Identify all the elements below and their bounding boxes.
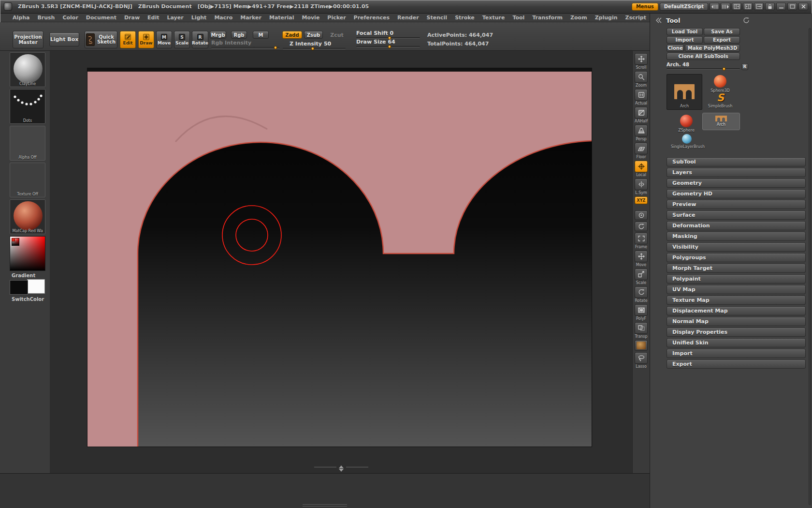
close-button[interactable] [798,3,808,10]
tool-section-export[interactable]: Export [667,359,806,369]
menu-tool[interactable]: Tool [512,15,524,21]
tool-section-texture-map[interactable]: Texture Map [667,296,806,305]
menu-stroke[interactable]: Stroke [455,15,475,21]
document-canvas[interactable] [87,68,592,447]
tool-section-uv-map[interactable]: UV Map [667,285,806,294]
draw-size-slider[interactable]: Draw Size 64 [356,39,420,47]
right-shelf-frame[interactable]: Frame [635,233,648,249]
menu-layer[interactable]: Layer [167,15,183,21]
current-material-thumbnail[interactable]: MatCap Red Wa [10,199,45,234]
tool-section-preview[interactable]: Preview [667,200,806,209]
right-shelf-zoom[interactable]: Zoom [635,71,648,88]
menu-zscript[interactable]: Zscript [625,15,646,21]
z-intensity-handle[interactable] [311,47,315,50]
menu-brush[interactable]: Brush [37,15,55,21]
z-intensity-slider[interactable]: Z Intensity 50 [283,41,346,49]
menu-edit[interactable]: Edit [147,15,159,21]
projection-master-button[interactable]: Projection Master [13,31,44,48]
tool-section-visibility[interactable]: Visibility [667,242,806,252]
tool-section-unified-skin[interactable]: Unified Skin [667,338,806,347]
clone-button[interactable]: Clone [667,45,684,52]
menu-zplugin[interactable]: Zplugin [595,15,618,21]
dock-right-button[interactable] [743,3,753,10]
menu-draw[interactable]: Draw [124,15,140,21]
rgb-intensity-slider[interactable]: Rgb Intensity [211,40,279,48]
edit-mode-button[interactable]: Edit [120,31,136,48]
tool-section-subtool[interactable]: SubTool [667,157,806,166]
tool-section-surface[interactable]: Surface [667,210,806,220]
menu-render[interactable]: Render [397,15,419,21]
tool-section-geometry[interactable]: Geometry [667,179,806,188]
menu-macro[interactable]: Macro [214,15,232,21]
right-shelf-ghost[interactable] [635,340,648,351]
singlelayerbrush-tool[interactable] [682,134,692,144]
draw-size-handle[interactable] [388,45,391,48]
dock-left-button[interactable] [732,3,741,10]
rgb-button[interactable]: Rgb [231,31,247,39]
gradient-label[interactable]: Gradient [12,273,50,278]
zsphere-tool[interactable] [680,115,693,127]
scroll-interface-right-button[interactable] [721,3,730,10]
focal-shift-slider[interactable]: Focal Shift 0 [356,30,420,39]
zadd-button[interactable]: Zadd [282,31,302,39]
tool-section-masking[interactable]: Masking [667,232,806,241]
tool-section-geometry-hd[interactable]: Geometry HD [667,189,806,198]
tool-section-displacement-map[interactable]: Displacement Map [667,306,806,315]
menus-button[interactable]: Menus [632,3,658,11]
tool-section-layers[interactable]: Layers [667,168,806,177]
tool-name-slider[interactable]: Arch. 48 [667,62,740,70]
right-shelf-move[interactable]: Move [635,251,648,267]
export-button[interactable]: Export [704,36,740,44]
right-shelf-local[interactable]: Local [635,161,648,177]
tool-section-import[interactable]: Import [667,349,806,358]
save-as-button[interactable]: Save As [704,28,740,35]
tray-collapse-icon[interactable] [655,17,662,23]
m-button[interactable]: M [253,31,269,39]
right-shelf-scale[interactable]: Scale [635,269,648,285]
menu-transform[interactable]: Transform [532,15,563,21]
rgb-intensity-handle[interactable] [274,46,277,49]
default-zscript-button[interactable]: DefaultZScript [660,3,708,11]
mrgb-button[interactable]: Mrgb [210,31,226,39]
tool-section-polygroups[interactable]: Polygroups [667,253,806,262]
tool-section-deformation[interactable]: Deformation [667,221,806,230]
right-shelf-scroll[interactable]: Scroll [635,53,648,70]
tool-panel-scrollbar[interactable] [809,28,811,505]
minimize-button[interactable] [776,3,786,10]
tool-section-display-properties[interactable]: Display Properties [667,328,806,337]
right-shelf-actual[interactable]: Actual [635,89,648,105]
color-picker[interactable] [10,236,45,271]
right-shelf-transp[interactable]: Transp [635,322,648,339]
right-shelf-xyz[interactable]: XYZ [635,196,648,209]
tool-section-polypaint[interactable]: Polypaint [667,274,806,284]
rotate-mode-button[interactable]: R Rotate [192,31,208,48]
right-shelf-floor[interactable]: Floor [635,143,648,159]
right-shelf-pivot[interactable] [635,210,648,220]
quick-sketch-button[interactable]: Quick Sketch [85,31,117,48]
import-button[interactable]: Import [667,36,703,44]
menu-movie[interactable]: Movie [302,15,319,21]
right-shelf-lsym[interactable]: L.Sym [635,179,648,195]
current-brush-thumbnail[interactable]: ClayLine [10,52,45,87]
make-polymesh3d-button[interactable]: Make PolyMesh3D [685,45,740,52]
current-stroke-thumbnail[interactable]: Dots [10,89,45,124]
rename-tool-button[interactable]: R [741,63,748,70]
move-mode-button[interactable]: M Move [156,31,172,48]
right-shelf-rotate[interactable]: Rotate [635,286,648,303]
primary-color-swatch[interactable] [10,280,28,295]
scale-mode-button[interactable]: S Scale [174,31,190,48]
current-tool-thumbnail[interactable]: Arch [667,74,702,110]
current-alpha-thumbnail[interactable]: Alpha Off [10,126,45,161]
tool-section-normal-map[interactable]: Normal Map [667,317,806,326]
menu-preferences[interactable]: Preferences [354,15,390,21]
swap-tray-button[interactable] [754,3,764,10]
arch-tool-selected[interactable]: Arch [702,113,740,130]
simplebrush-tool[interactable]: S [717,92,724,103]
right-shelf-polyf[interactable]: PolyF [635,304,648,321]
menu-picker[interactable]: Picker [327,15,346,21]
zcut-button[interactable]: Zcut [329,31,345,39]
menu-material[interactable]: Material [269,15,294,21]
menu-document[interactable]: Document [86,15,116,21]
tool-section-morph-target[interactable]: Morph Target [667,264,806,273]
bottom-tray-grip[interactable] [303,504,347,507]
